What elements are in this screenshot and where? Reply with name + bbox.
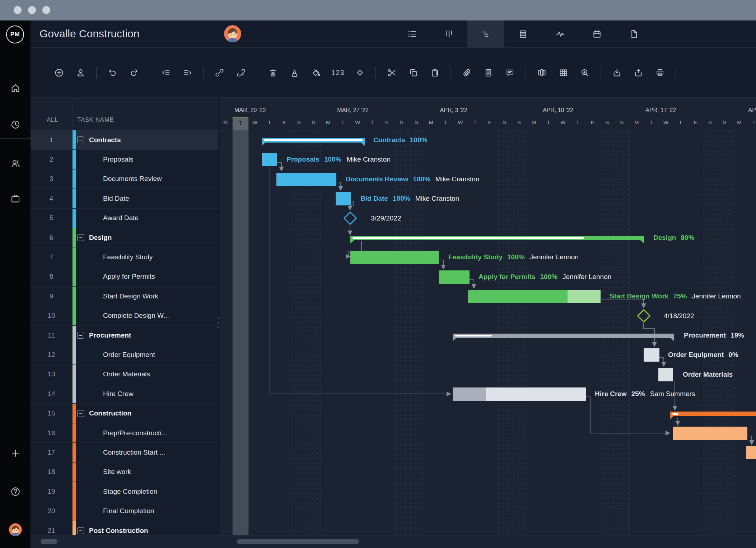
- table-icon[interactable]: [557, 67, 569, 79]
- task-row[interactable]: 12Order Equipment: [31, 345, 218, 364]
- task-row[interactable]: 20Final Completion: [31, 501, 218, 521]
- task-row[interactable]: 6−Design: [31, 228, 218, 247]
- task-row[interactable]: 3Documents Review: [31, 169, 218, 189]
- gantt-task-bar[interactable]: [673, 427, 747, 440]
- calendar-view-tab[interactable]: [578, 20, 615, 48]
- redo-icon[interactable]: [128, 67, 140, 79]
- collapse-icon[interactable]: −: [77, 234, 84, 241]
- column-divider: [73, 98, 73, 130]
- sidebar-user-avatar[interactable]: [9, 523, 22, 536]
- task-row[interactable]: 1−Contracts: [31, 130, 218, 150]
- gantt-task-bar[interactable]: [276, 173, 336, 186]
- task-row[interactable]: 5Award Date: [31, 209, 218, 228]
- comment-icon[interactable]: [504, 67, 516, 79]
- collapse-icon[interactable]: −: [77, 332, 84, 339]
- day-label: F: [485, 119, 494, 125]
- gantt-summary-bar[interactable]: [670, 412, 756, 416]
- docs-view-tab[interactable]: [615, 20, 652, 48]
- font-icon[interactable]: [288, 67, 300, 79]
- gantt-task-bar[interactable]: [336, 192, 351, 205]
- task-row-number: 13: [31, 365, 73, 384]
- column-header-task-name[interactable]: TASK NAME: [77, 116, 114, 124]
- activity-view-tab[interactable]: [541, 20, 578, 48]
- trash-icon[interactable]: [267, 67, 279, 79]
- window-maximize-icon[interactable]: [42, 6, 50, 14]
- copy-icon[interactable]: [407, 67, 419, 79]
- week-label: APR, 24 '22: [748, 107, 756, 113]
- list-view-tab[interactable]: [393, 20, 430, 48]
- gantt-task-bar[interactable]: [658, 368, 673, 381]
- outdent-icon[interactable]: [160, 67, 172, 79]
- task-row[interactable]: 17Construction Start ...: [31, 443, 218, 462]
- task-color-stripe: [73, 247, 76, 266]
- unlink-icon[interactable]: [235, 67, 247, 79]
- scissors-icon[interactable]: [386, 67, 398, 79]
- sidebar-plus-icon[interactable]: [10, 448, 21, 459]
- task-row[interactable]: 16Prep/Pre-constructi...: [31, 423, 218, 443]
- pm-logo[interactable]: PM: [6, 25, 24, 43]
- horizontal-scrollbar: [31, 535, 756, 548]
- number-format-button[interactable]: 123: [331, 69, 344, 77]
- gantt-task-bar[interactable]: [746, 446, 756, 459]
- task-row[interactable]: 8Apply for Permits: [31, 267, 218, 287]
- collapse-icon[interactable]: −: [77, 527, 84, 534]
- task-row[interactable]: 10Complete Design W...: [31, 306, 218, 326]
- gantt-view-tab[interactable]: [467, 20, 504, 48]
- indent-icon[interactable]: [181, 67, 193, 79]
- gantt-task-bar[interactable]: [468, 290, 601, 303]
- task-list-scrollbar-thumb[interactable]: [41, 539, 57, 544]
- task-row[interactable]: 18Site work: [31, 463, 218, 482]
- collapse-icon[interactable]: −: [77, 136, 84, 143]
- undo-icon[interactable]: [106, 67, 118, 79]
- column-header-all[interactable]: ALL: [47, 116, 58, 124]
- window-close-icon[interactable]: [14, 6, 22, 14]
- board-view-tab[interactable]: [430, 20, 467, 48]
- task-row[interactable]: 11−Procurement: [31, 326, 218, 345]
- task-row[interactable]: 15−Construction: [31, 404, 218, 423]
- task-row[interactable]: 13Order Materials: [31, 365, 218, 384]
- notes-icon[interactable]: [482, 67, 494, 79]
- window-minimize-icon[interactable]: [28, 6, 36, 14]
- task-row-number: 14: [31, 384, 73, 403]
- gantt-summary-bar[interactable]: [350, 236, 644, 240]
- link-icon[interactable]: [213, 67, 225, 79]
- sheet-view-tab[interactable]: [504, 20, 541, 48]
- sidebar-briefcase-icon[interactable]: [10, 193, 21, 205]
- columns-icon[interactable]: [536, 67, 548, 79]
- gantt-task-bar[interactable]: [453, 387, 586, 401]
- gantt-summary-bar[interactable]: [453, 334, 674, 338]
- sidebar-users-icon[interactable]: [10, 158, 21, 169]
- task-row[interactable]: 2Proposals: [31, 150, 218, 169]
- sidebar-clock-icon[interactable]: [10, 119, 21, 131]
- paint-icon[interactable]: [310, 67, 322, 79]
- task-row[interactable]: 7Feasibility Study: [31, 247, 218, 267]
- gantt-task-bar[interactable]: [262, 153, 277, 166]
- collapse-icon[interactable]: −: [77, 410, 84, 417]
- task-row[interactable]: 9Start Design Work: [31, 287, 218, 306]
- sidebar-home-icon[interactable]: [10, 83, 21, 94]
- task-row[interactable]: 4Bid Date: [31, 189, 218, 208]
- zoom-in-icon[interactable]: [579, 67, 591, 79]
- project-owner-avatar[interactable]: [224, 25, 241, 42]
- task-row[interactable]: 21−Post Construction: [31, 521, 218, 535]
- gantt-summary-bar[interactable]: [262, 138, 365, 143]
- app-sidebar: PM: [0, 20, 31, 548]
- panel-resize-handle[interactable]: [217, 317, 220, 333]
- sidebar-help-icon[interactable]: [10, 486, 21, 498]
- user-icon[interactable]: [74, 67, 87, 79]
- task-row[interactable]: 19Stage Completion: [31, 482, 218, 501]
- import-icon[interactable]: [611, 67, 623, 79]
- print-icon[interactable]: [654, 67, 666, 79]
- gantt-task-bar[interactable]: [350, 251, 439, 264]
- paperclip-icon[interactable]: [461, 67, 473, 79]
- gantt-task-bar[interactable]: [644, 348, 659, 362]
- gantt-scrollbar-thumb[interactable]: [237, 539, 359, 544]
- task-row[interactable]: 14Hire Crew: [31, 384, 218, 404]
- gantt-task-bar[interactable]: [439, 270, 470, 284]
- diamond-icon[interactable]: [354, 67, 366, 79]
- export-icon[interactable]: [632, 67, 644, 79]
- task-row-number: 8: [31, 267, 73, 286]
- paste-icon[interactable]: [429, 67, 441, 79]
- day-label: F: [588, 119, 597, 125]
- plus-circle-icon[interactable]: [53, 67, 65, 79]
